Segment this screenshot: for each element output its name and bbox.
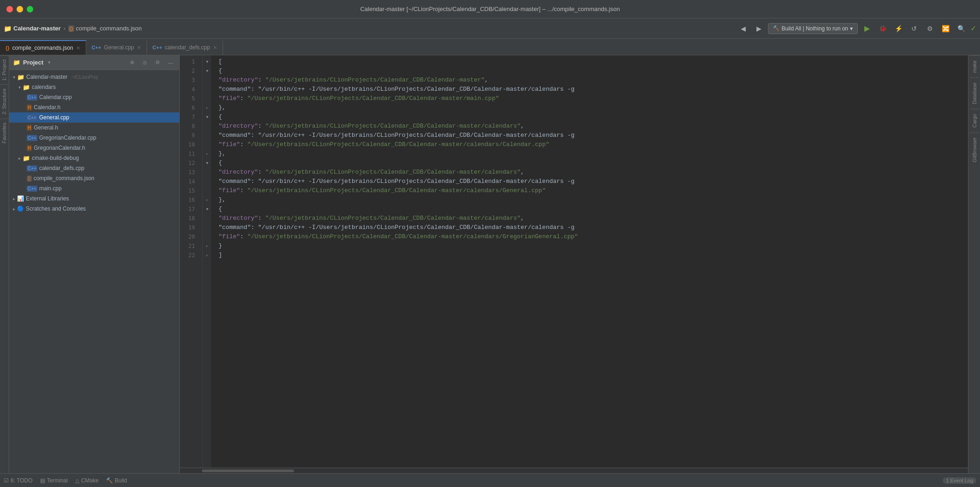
code-line-18: "directory": "/Users/jetbrains/CLionProj… bbox=[211, 214, 968, 223]
tree-item-calendar-h[interactable]: H Calendar.h bbox=[9, 102, 179, 112]
debug-button[interactable]: 🐞 bbox=[876, 22, 889, 35]
horizontal-scrollbar[interactable] bbox=[202, 469, 294, 472]
project-panel-title: Project bbox=[23, 59, 43, 66]
tree-item-general-cpp[interactable]: C++ General.cpp bbox=[9, 112, 179, 123]
back-button[interactable]: ◀ bbox=[737, 22, 750, 35]
code-line-11: }, bbox=[211, 149, 968, 158]
tree-item-calendar-cpp[interactable]: C++ Calendar.cpp bbox=[9, 92, 179, 102]
sidebar-tab-make[interactable]: make bbox=[970, 55, 979, 77]
tree-item-compile-commands[interactable]: {} compile_commands.json bbox=[9, 173, 179, 183]
file-name: compile_commands.json bbox=[76, 25, 142, 32]
code-line-10: "file": "/Users/jetbrains/CLionProjects/… bbox=[211, 140, 968, 149]
code-line-21: } bbox=[211, 241, 968, 251]
code-line-13: "directory": "/Users/jetbrains/CLionProj… bbox=[211, 168, 968, 177]
window-title: Calendar-master [~/CLionProjects/Calenda… bbox=[360, 6, 620, 12]
code-line-19: "command": "/usr/bin/c++ -I/Users/jetbra… bbox=[211, 223, 968, 232]
line-numbers: 12345678910111213141516171819202122 bbox=[180, 55, 203, 468]
code-line-12: { bbox=[211, 158, 968, 168]
main-area: 1: Project 2: Structure Favorites 📁 Proj… bbox=[0, 55, 980, 473]
tree-item-cmake-build[interactable]: ▸ 📁 cmake-build-debug bbox=[9, 153, 179, 163]
sidebar-tab-database[interactable]: Database bbox=[970, 77, 979, 109]
project-name: Calendar-master bbox=[13, 25, 61, 32]
right-sidebar: make Database Cargo GitBrowser bbox=[968, 55, 980, 473]
project-label[interactable]: 📁 Calendar-master bbox=[4, 25, 61, 32]
tree-item-scratches[interactable]: ▸ 🔵 Scratches and Consoles bbox=[9, 204, 179, 214]
code-line-5: "file": "/Users/jetbrains/CLionProjects/… bbox=[211, 94, 968, 103]
tab-label-0: compile_commands.json bbox=[12, 45, 73, 51]
code-line-17: { bbox=[211, 205, 968, 214]
run-button[interactable]: ▶ bbox=[861, 22, 874, 35]
sidebar-label-2[interactable]: 2: Structure bbox=[0, 84, 9, 118]
tab-compile-commands[interactable]: {} compile_commands.json ✕ bbox=[0, 40, 86, 55]
find-button[interactable]: 🔍 bbox=[955, 22, 968, 35]
bottom-terminal[interactable]: ▤ Terminal bbox=[40, 477, 68, 484]
code-line-2: { bbox=[211, 66, 968, 76]
maximize-button[interactable] bbox=[27, 6, 33, 12]
code-line-1: [ bbox=[211, 57, 968, 66]
forward-button[interactable]: ▶ bbox=[752, 22, 765, 35]
settings-icon[interactable]: ⚙ bbox=[153, 58, 163, 68]
bottom-bar: ☑ 6: TODO ▤ Terminal △ CMake 🔨 Build 1 E… bbox=[0, 473, 980, 487]
code-line-20: "file": "/Users/jetbrains/CLionProjects/… bbox=[211, 232, 968, 241]
tab-close-0[interactable]: ✕ bbox=[76, 45, 80, 51]
sidebar-label-favorites[interactable]: Favorites bbox=[0, 118, 9, 147]
code-line-15: "file": "/Users/jetbrains/CLionProjects/… bbox=[211, 186, 968, 195]
collapse-icon[interactable]: — bbox=[165, 58, 176, 68]
profile-button[interactable]: ⚡ bbox=[892, 22, 905, 35]
tab-close-1[interactable]: ✕ bbox=[137, 45, 141, 51]
fold-gutter: ▾▾▸▾▸▾▸▾▸▸ bbox=[203, 55, 211, 468]
tree-item-main-cpp[interactable]: C++ main.cpp bbox=[9, 183, 179, 194]
code-line-7: { bbox=[211, 112, 968, 122]
tree-item-calendars[interactable]: ▾ 📁 calendars bbox=[9, 82, 179, 92]
bottom-build[interactable]: 🔨 Build bbox=[106, 477, 127, 484]
build-button[interactable]: 🔨 Build All | Nothing to run on ▾ bbox=[768, 23, 858, 34]
success-indicator: ✓ bbox=[970, 24, 976, 33]
cpp-icon-1: C++ bbox=[92, 45, 101, 50]
bottom-event-log[interactable]: 1 Event Log bbox=[943, 477, 976, 484]
cpp-icon-2: C++ bbox=[153, 45, 162, 50]
tab-close-2[interactable]: ✕ bbox=[213, 45, 217, 51]
editor-area: 12345678910111213141516171819202122 ▾▾▸▾… bbox=[180, 55, 968, 473]
tab-bar: {} compile_commands.json ✕ C++ General.c… bbox=[0, 39, 980, 55]
code-line-4: "command": "/usr/bin/c++ -I/Users/jetbra… bbox=[211, 85, 968, 94]
close-button[interactable] bbox=[6, 6, 13, 12]
bottom-cmake[interactable]: △ CMake bbox=[75, 477, 99, 484]
code-line-6: }, bbox=[211, 103, 968, 112]
code-line-22: ] bbox=[211, 251, 968, 260]
cmake-button[interactable]: ↺ bbox=[908, 22, 921, 35]
left-sidebar-labels: 1: Project 2: Structure Favorites bbox=[0, 55, 9, 473]
code-line-3: "directory": "/Users/jetbrains/CLionProj… bbox=[211, 76, 968, 85]
build-label: Build All | Nothing to run on bbox=[781, 25, 848, 32]
file-breadcrumb[interactable]: {} compile_commands.json bbox=[68, 25, 142, 32]
code-content[interactable]: [ { "directory": "/Users/jetbrains/CLion… bbox=[211, 55, 968, 468]
event-log-badge: 1 Event Log bbox=[943, 477, 976, 484]
vcs-button[interactable]: 🔀 bbox=[939, 22, 952, 35]
sidebar-label-1[interactable]: 1: Project bbox=[0, 55, 9, 84]
traffic-lights bbox=[6, 6, 33, 12]
add-content-icon[interactable]: ⊕ bbox=[127, 58, 137, 68]
code-line-16: }, bbox=[211, 195, 968, 205]
tab-label-1: General.cpp bbox=[104, 44, 134, 51]
tree-item-gregorian-cpp[interactable]: C++ GregorianCalendar.cpp bbox=[9, 133, 179, 143]
tree-item-calendar-master[interactable]: ▾ 📁 Calendar-master ~/CLionProj bbox=[9, 72, 179, 82]
tab-label-2: calendar_defs.cpp bbox=[165, 44, 210, 51]
code-line-9: "command": "/usr/bin/c++ -I/Users/jetbra… bbox=[211, 131, 968, 140]
locate-file-icon[interactable]: ◎ bbox=[140, 58, 150, 68]
tree-item-calendar-defs[interactable]: C++ calendar_defs.cpp bbox=[9, 163, 179, 173]
json-icon: {} bbox=[6, 45, 10, 51]
sidebar-tab-gitbrowser[interactable]: GitBrowser bbox=[970, 132, 979, 167]
tab-general-cpp[interactable]: C++ General.cpp ✕ bbox=[86, 40, 147, 55]
tree-item-external-libs[interactable]: ▸ 📊 External Libraries bbox=[9, 194, 179, 204]
tab-calendar-defs[interactable]: C++ calendar_defs.cpp ✕ bbox=[147, 40, 223, 55]
bottom-todo[interactable]: ☑ 6: TODO bbox=[4, 477, 33, 484]
code-line-14: "command": "/usr/bin/c++ -I/Users/jetbra… bbox=[211, 177, 968, 186]
minimize-button[interactable] bbox=[17, 6, 23, 12]
sidebar-tab-cargo[interactable]: Cargo bbox=[970, 109, 979, 132]
code-line-8: "directory": "/Users/jetbrains/CLionProj… bbox=[211, 122, 968, 131]
tree-item-general-h[interactable]: H General.h bbox=[9, 123, 179, 133]
project-panel: 📁 Project ▾ ⊕ ◎ ⚙ — ▾ 📁 Calendar-master … bbox=[9, 55, 180, 473]
title-bar: Calendar-master [~/CLionProjects/Calenda… bbox=[0, 0, 980, 18]
settings-button[interactable]: ⚙ bbox=[923, 22, 936, 35]
tree-item-gregorian-h[interactable]: H GregorianCalendar.h bbox=[9, 143, 179, 153]
toolbar: 📁 Calendar-master › {} compile_commands.… bbox=[0, 18, 980, 39]
